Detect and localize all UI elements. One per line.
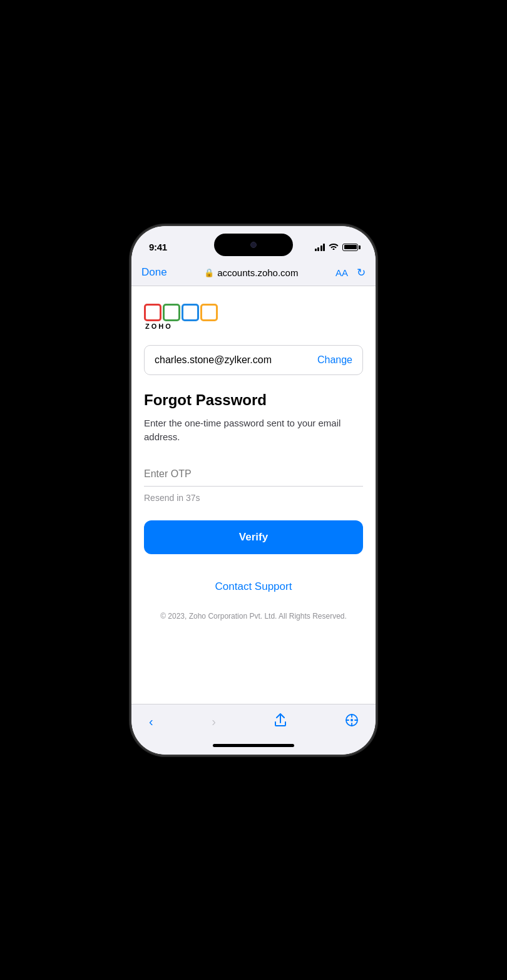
browser-bottom-nav: ‹ ›	[131, 704, 376, 739]
zoho-logo: ZOHO	[144, 304, 363, 330]
signal-bar-1	[315, 249, 317, 251]
forward-button[interactable]: ›	[207, 712, 221, 731]
camera-dot	[250, 242, 257, 248]
signal-bar-4	[323, 244, 325, 251]
status-bar: 9:41	[131, 226, 376, 260]
share-button[interactable]	[269, 711, 292, 733]
status-time: 9:41	[149, 242, 167, 252]
signal-bar-3	[320, 245, 322, 251]
done-button[interactable]: Done	[141, 266, 167, 279]
battery-fill	[344, 245, 357, 249]
zoho-square-red	[144, 304, 161, 321]
home-bar	[213, 744, 294, 747]
forgot-password-description: Enter the one-time password sent to your…	[144, 416, 363, 445]
refresh-button[interactable]: ↻	[357, 266, 366, 279]
resend-timer: Resend in 37s	[144, 493, 363, 503]
status-icons	[315, 242, 359, 252]
verify-button[interactable]: Verify	[144, 520, 363, 554]
browser-bar: Done 🔒 accounts.zoho.com AA ↻	[131, 260, 376, 286]
svg-point-1	[351, 719, 353, 721]
screen: 9:41	[131, 226, 376, 755]
otp-input[interactable]	[144, 462, 363, 487]
bookmarks-button[interactable]	[341, 711, 363, 732]
browser-controls: AA ↻	[335, 266, 366, 279]
contact-support-link[interactable]: Contact Support	[144, 574, 363, 599]
web-content: ZOHO charles.stone@zylker.com Change For…	[131, 286, 376, 704]
wifi-icon	[329, 242, 339, 252]
dynamic-island	[214, 234, 293, 256]
text-size-button[interactable]: AA	[335, 267, 348, 278]
signal-bars-icon	[315, 244, 325, 251]
page-content: ZOHO charles.stone@zylker.com Change For…	[131, 286, 376, 704]
zoho-square-blue	[182, 304, 199, 321]
zoho-square-green	[163, 304, 180, 321]
browser-url: 🔒 accounts.zoho.com	[204, 267, 298, 278]
forgot-password-title: Forgot Password	[144, 391, 363, 409]
email-display: charles.stone@zylker.com	[155, 354, 272, 366]
lock-icon: 🔒	[204, 268, 214, 277]
battery-icon	[342, 244, 358, 251]
change-email-button[interactable]: Change	[317, 354, 352, 366]
page-footer: © 2023, Zoho Corporation Pvt. Ltd. All R…	[144, 599, 363, 633]
zoho-logo-text: ZOHO	[145, 322, 173, 330]
signal-bar-2	[317, 247, 319, 251]
phone-frame: 9:41	[131, 226, 376, 755]
home-indicator	[131, 739, 376, 755]
zoho-squares	[144, 304, 218, 321]
back-button[interactable]: ‹	[144, 712, 158, 731]
email-box: charles.stone@zylker.com Change	[144, 345, 363, 375]
url-text: accounts.zoho.com	[217, 267, 298, 278]
zoho-square-yellow	[200, 304, 218, 321]
